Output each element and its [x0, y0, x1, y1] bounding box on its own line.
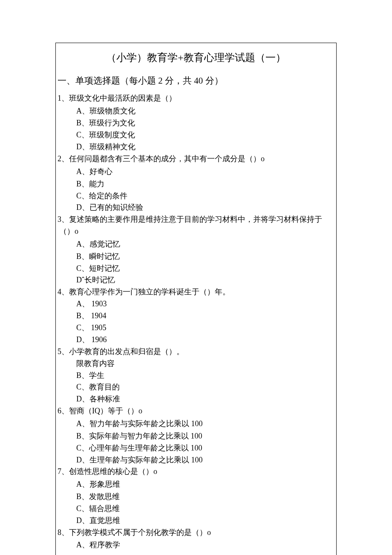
question-stem: 4、教育心理学作为一门独立的学科诞生于（）年。	[58, 286, 334, 298]
option-a: A、好奇心	[76, 165, 334, 178]
question-5: 5、小学教育的出发点和归宿是（）。 限教育内容 B、学生 C、教育目的 D、各种…	[58, 346, 334, 405]
option-b: B、瞬时记忆	[76, 251, 334, 263]
option-d: D、班级精神文化	[76, 141, 334, 153]
question-6: 6、智商（IQ）等于（）o A、智力年龄与实际年龄之比乘以 100 B、实际年龄…	[58, 405, 334, 466]
question-stem: 7、创造性思维的核心是（）o	[58, 466, 334, 478]
option-a: A、形象思维	[76, 478, 334, 491]
option-b: B、 1904	[76, 310, 334, 322]
question-4: 4、教育心理学作为一门独立的学科诞生于（）年。 A、 1903 B、 1904 …	[58, 286, 334, 346]
option-c: C、短时记忆	[76, 263, 334, 275]
option-a: A、 1903	[76, 298, 334, 310]
question-stem: 1、班级文化中最活跃的因素是（）	[58, 93, 334, 105]
question-8: 8、下列教学模式不属于个别化教学的是（）o A、程序教学	[58, 527, 334, 552]
question-3: 3、复述策略的主要作用是维持注意于目前的学习材料中，并将学习材料保持于 （）o …	[58, 214, 334, 286]
option-d: D、直觉思维	[76, 515, 334, 527]
option-a: A、智力年龄与实际年龄之比乘以 100	[76, 417, 334, 430]
section-header: 一、单项选择题（每小题 2 分，共 40 分）	[58, 75, 336, 87]
option-c: C、班级制度文化	[76, 129, 334, 141]
option-b: B、学生	[76, 370, 334, 382]
question-stem: 5、小学教育的出发点和归宿是（）。	[58, 346, 334, 358]
option-c: C、给定的条件	[76, 190, 334, 202]
option-b: B、发散思维	[76, 491, 334, 503]
option-a: A、感觉记忆	[76, 238, 334, 251]
question-stem: 8、下列教学模式不属于个别化教学的是（）o	[58, 527, 334, 539]
option-a: A、程序教学	[76, 538, 334, 552]
question-stem-line1: 3、复述策略的主要作用是维持注意于目前的学习材料中，并将学习材料保持于	[58, 214, 334, 226]
option-b: B、实际年龄与智力年龄之比乘以 100	[76, 430, 334, 442]
option-d: D、各种标准	[76, 393, 334, 405]
question-stem: 6、智商（IQ）等于（）o	[58, 405, 334, 417]
question-1: 1、班级文化中最活跃的因素是（） A、班级物质文化 B、班级行为文化 C、班级制…	[58, 93, 334, 153]
option-b: B、班级行为文化	[76, 117, 334, 129]
option-a: A、班级物质文化	[76, 105, 334, 118]
option-c: C、教育目的	[76, 381, 334, 393]
question-7: 7、创造性思维的核心是（）o A、形象思维 B、发散思维 C、辐合思维 D、直觉…	[58, 466, 334, 526]
question-stem-line2: （）o	[59, 226, 334, 238]
question-2: 2、任何问题都含有三个基本的成分，其中有一个成分是（）o A、好奇心 B、能力 …	[58, 153, 334, 214]
option-d: D、 1906	[76, 334, 334, 346]
option-c: C、心理年龄与生理年龄之比乘以 100	[76, 442, 334, 454]
document-title: （小学）教育学+教育心理学试题（一）	[56, 51, 336, 64]
option-a: 限教育内容	[76, 358, 334, 370]
question-stem: 2、任何问题都含有三个基本的成分，其中有一个成分是（）o	[58, 153, 334, 165]
page-frame: （小学）教育学+教育心理学试题（一） 一、单项选择题（每小题 2 分，共 40 …	[55, 43, 337, 555]
option-d: Dˆ长时记忆	[76, 274, 334, 286]
option-c: C、辐合思维	[76, 503, 334, 515]
option-d: D、生理年龄与实际年龄之比乘以 100	[76, 454, 334, 466]
option-d: D、已有的知识经验	[76, 202, 334, 214]
option-c: C、 1905	[76, 322, 334, 334]
option-b: B、能力	[76, 178, 334, 190]
